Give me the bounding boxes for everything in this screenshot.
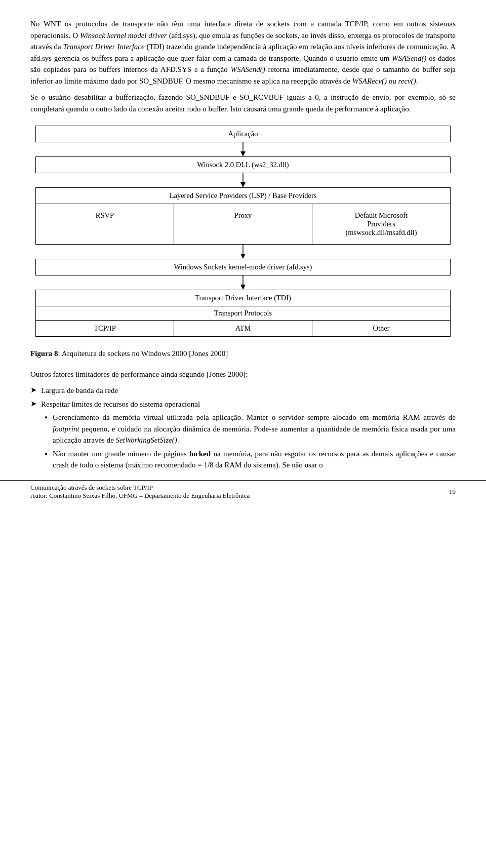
diagram-lsp-block: Layered Service Providers (LSP) / Base P… [35,187,451,245]
footer-title: Comunicação através de sockets sobre TCP… [30,484,153,491]
arrow-marker-1: ➤ [30,385,37,394]
lsp-header: Layered Service Providers (LSP) / Base P… [36,188,450,204]
svg-marker-5 [240,254,246,259]
list-item-arrow-1: ➤ Largura de banda da rede [30,385,456,397]
page-footer: Comunicação através de sockets sobre TCP… [0,480,486,503]
page-content: No WNT os protocolos de transporte não t… [0,0,486,471]
transport-subheader: Transport Protocols [36,306,450,321]
lsp-cell-rsvp: RSVP [36,204,174,244]
transport-cell-other: Other [312,321,450,336]
figura-caption: Figura 8: Arquitetura de sockets no Wind… [30,348,456,360]
transport-cell-tcpip: TCP/IP [36,321,174,336]
arrow-4 [35,275,451,290]
list-item-arrow-2: ➤ Respeitar limites de recursos do siste… [30,399,456,410]
lsp-body: RSVP Proxy Default Microsoft Providers (… [36,204,450,244]
outros-intro: Outros fatores limitadores de performanc… [30,369,456,380]
figura-text: : Arquitetura de sockets no Windows 2000… [58,349,228,358]
p1-text-start: No WNT os protocolos de transporte não t… [30,20,456,85]
diagram-box-afd: Windows Sockets kernel-mode driver (afd.… [35,259,451,275]
list-item-arrow-1-text: Largura de banda da rede [41,385,118,397]
lsp-cell-proxy: Proxy [174,204,312,244]
lsp-cell-microsoft: Default Microsoft Providers (mswsock.dll… [312,204,450,244]
footer-left: Comunicação através de sockets sobre TCP… [30,484,250,500]
arrow-1 [35,142,451,156]
svg-marker-1 [240,151,246,156]
transport-cell-atm: ATM [174,321,312,336]
list-item-arrow-2-text: Respeitar limites de recursos do sistema… [41,399,200,410]
list-item-bullet-2-text: Não manter um grande número de páginas l… [53,448,456,471]
bullet-marker-2: ● [45,451,48,456]
diagram-box-winsock: Winsock 2.0 DLL (ws2_32.dll) [35,156,451,173]
arrow-3 [35,245,451,259]
list-item-bullet-1: ● Gerenciamento da memória virtual utili… [45,412,456,446]
figura-label: Figura 8 [30,349,58,358]
transport-header: Transport Driver Interface (TDI) [36,290,450,306]
diagram-transport-block: Transport Driver Interface (TDI) Transpo… [35,290,451,337]
svg-marker-3 [240,182,246,187]
footer-author: Autor: Constantino Seixas Filho, UFMG – … [30,492,250,499]
architecture-diagram: Aplicação Winsock 2.0 DLL (ws2_32.dll) L… [35,126,451,337]
arrow-marker-2: ➤ [30,399,37,408]
svg-marker-7 [240,285,246,290]
paragraph-1: No WNT os protocolos de transporte não t… [30,18,456,87]
transport-body: TCP/IP ATM Other [36,321,450,336]
list-item-bullet-2: ● Não manter um grande número de páginas… [45,448,456,471]
list-item-bullet-1-text: Gerenciamento da memória virtual utiliza… [53,412,456,446]
footer-page-number: 10 [449,488,456,496]
p2-text: Se o usuário desabilitar a bufferização,… [30,93,456,113]
paragraph-2: Se o usuário desabilitar a bufferização,… [30,92,456,114]
diagram-box-aplicacao: Aplicação [35,126,451,142]
bullet-marker-1: ● [45,414,48,420]
arrow-2 [35,173,451,187]
outros-list: ➤ Largura de banda da rede ➤ Respeitar l… [30,385,456,471]
